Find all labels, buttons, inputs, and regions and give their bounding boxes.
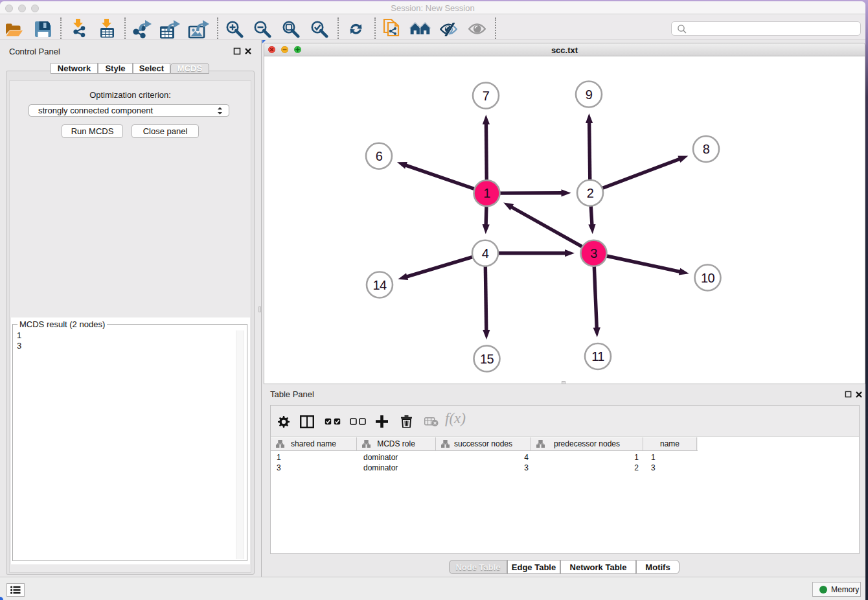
svg-text:8: 8 [703,142,710,156]
svg-text:11: 11 [591,349,604,363]
svg-text:2: 2 [587,186,594,200]
svg-text:1: 1 [483,186,490,200]
svg-text:7: 7 [483,89,490,103]
svg-text:10: 10 [701,271,715,285]
svg-text:4: 4 [482,246,489,260]
svg-text:6: 6 [376,149,383,163]
svg-text:9: 9 [586,87,593,102]
svg-text:15: 15 [480,352,494,366]
svg-text:14: 14 [372,278,387,292]
svg-text:3: 3 [590,246,597,260]
